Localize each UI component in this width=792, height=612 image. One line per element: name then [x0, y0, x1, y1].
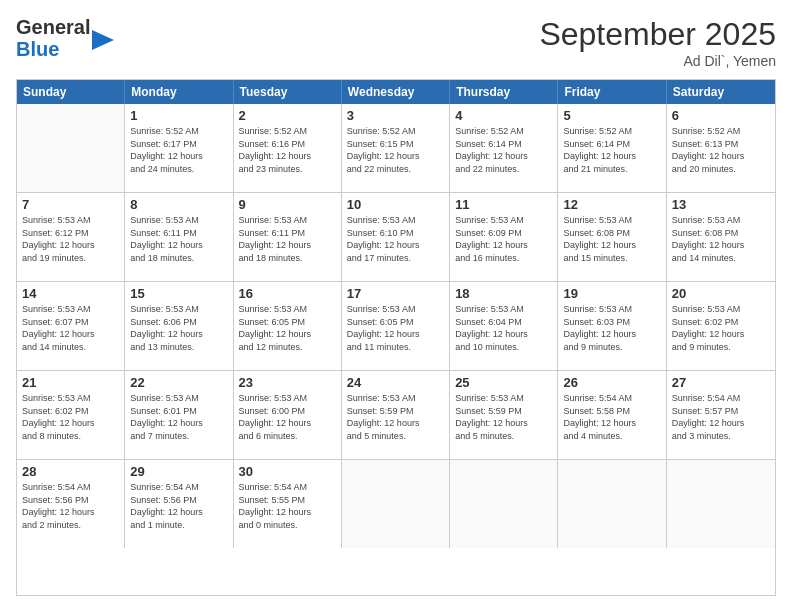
day-info: Sunrise: 5:54 AMSunset: 5:58 PMDaylight:…	[563, 392, 660, 442]
day-info: Sunrise: 5:54 AMSunset: 5:56 PMDaylight:…	[22, 481, 119, 531]
day-number: 27	[672, 375, 770, 390]
calendar-row-2: 14Sunrise: 5:53 AMSunset: 6:07 PMDayligh…	[17, 282, 775, 371]
calendar-row-4: 28Sunrise: 5:54 AMSunset: 5:56 PMDayligh…	[17, 460, 775, 548]
day-number: 16	[239, 286, 336, 301]
day-info: Sunrise: 5:53 AMSunset: 6:02 PMDaylight:…	[22, 392, 119, 442]
calendar-cell: 14Sunrise: 5:53 AMSunset: 6:07 PMDayligh…	[17, 282, 125, 370]
day-number: 5	[563, 108, 660, 123]
calendar-cell: 6Sunrise: 5:52 AMSunset: 6:13 PMDaylight…	[667, 104, 775, 192]
logo: General Blue	[16, 16, 114, 60]
day-info: Sunrise: 5:53 AMSunset: 6:11 PMDaylight:…	[239, 214, 336, 264]
day-info: Sunrise: 5:54 AMSunset: 5:56 PMDaylight:…	[130, 481, 227, 531]
day-info: Sunrise: 5:53 AMSunset: 6:11 PMDaylight:…	[130, 214, 227, 264]
day-number: 25	[455, 375, 552, 390]
day-number: 30	[239, 464, 336, 479]
logo-general: General	[16, 16, 90, 38]
calendar-cell: 29Sunrise: 5:54 AMSunset: 5:56 PMDayligh…	[125, 460, 233, 548]
calendar-cell: 1Sunrise: 5:52 AMSunset: 6:17 PMDaylight…	[125, 104, 233, 192]
calendar-cell	[342, 460, 450, 548]
day-info: Sunrise: 5:53 AMSunset: 6:08 PMDaylight:…	[563, 214, 660, 264]
logo-arrow-icon	[92, 26, 114, 54]
day-info: Sunrise: 5:53 AMSunset: 6:01 PMDaylight:…	[130, 392, 227, 442]
calendar-body: 1Sunrise: 5:52 AMSunset: 6:17 PMDaylight…	[17, 104, 775, 548]
day-info: Sunrise: 5:53 AMSunset: 6:07 PMDaylight:…	[22, 303, 119, 353]
header-day-tuesday: Tuesday	[234, 80, 342, 104]
day-info: Sunrise: 5:53 AMSunset: 6:08 PMDaylight:…	[672, 214, 770, 264]
calendar-cell: 9Sunrise: 5:53 AMSunset: 6:11 PMDaylight…	[234, 193, 342, 281]
calendar-header: SundayMondayTuesdayWednesdayThursdayFrid…	[17, 80, 775, 104]
day-info: Sunrise: 5:53 AMSunset: 6:05 PMDaylight:…	[347, 303, 444, 353]
header: General Blue September 2025 Ad Dil`, Yem…	[16, 16, 776, 69]
day-number: 4	[455, 108, 552, 123]
calendar-cell: 30Sunrise: 5:54 AMSunset: 5:55 PMDayligh…	[234, 460, 342, 548]
calendar-cell: 12Sunrise: 5:53 AMSunset: 6:08 PMDayligh…	[558, 193, 666, 281]
day-info: Sunrise: 5:52 AMSunset: 6:14 PMDaylight:…	[563, 125, 660, 175]
day-info: Sunrise: 5:54 AMSunset: 5:55 PMDaylight:…	[239, 481, 336, 531]
calendar-cell: 15Sunrise: 5:53 AMSunset: 6:06 PMDayligh…	[125, 282, 233, 370]
logo-top: General Blue	[16, 16, 114, 60]
header-day-saturday: Saturday	[667, 80, 775, 104]
header-day-thursday: Thursday	[450, 80, 558, 104]
header-day-friday: Friday	[558, 80, 666, 104]
day-info: Sunrise: 5:53 AMSunset: 6:10 PMDaylight:…	[347, 214, 444, 264]
calendar-row-3: 21Sunrise: 5:53 AMSunset: 6:02 PMDayligh…	[17, 371, 775, 460]
day-number: 8	[130, 197, 227, 212]
calendar-cell: 10Sunrise: 5:53 AMSunset: 6:10 PMDayligh…	[342, 193, 450, 281]
calendar-cell: 25Sunrise: 5:53 AMSunset: 5:59 PMDayligh…	[450, 371, 558, 459]
calendar-cell: 7Sunrise: 5:53 AMSunset: 6:12 PMDaylight…	[17, 193, 125, 281]
day-number: 13	[672, 197, 770, 212]
month-title: September 2025	[539, 16, 776, 53]
day-number: 20	[672, 286, 770, 301]
calendar-cell: 2Sunrise: 5:52 AMSunset: 6:16 PMDaylight…	[234, 104, 342, 192]
calendar-cell	[17, 104, 125, 192]
day-info: Sunrise: 5:53 AMSunset: 6:05 PMDaylight:…	[239, 303, 336, 353]
calendar-cell	[558, 460, 666, 548]
day-number: 12	[563, 197, 660, 212]
day-info: Sunrise: 5:53 AMSunset: 5:59 PMDaylight:…	[347, 392, 444, 442]
calendar-cell: 5Sunrise: 5:52 AMSunset: 6:14 PMDaylight…	[558, 104, 666, 192]
calendar-cell: 17Sunrise: 5:53 AMSunset: 6:05 PMDayligh…	[342, 282, 450, 370]
calendar-cell: 3Sunrise: 5:52 AMSunset: 6:15 PMDaylight…	[342, 104, 450, 192]
day-number: 28	[22, 464, 119, 479]
calendar-cell: 26Sunrise: 5:54 AMSunset: 5:58 PMDayligh…	[558, 371, 666, 459]
day-number: 21	[22, 375, 119, 390]
logo-blue: Blue	[16, 38, 90, 60]
day-info: Sunrise: 5:52 AMSunset: 6:13 PMDaylight:…	[672, 125, 770, 175]
header-day-monday: Monday	[125, 80, 233, 104]
day-info: Sunrise: 5:53 AMSunset: 5:59 PMDaylight:…	[455, 392, 552, 442]
calendar: SundayMondayTuesdayWednesdayThursdayFrid…	[16, 79, 776, 596]
day-number: 6	[672, 108, 770, 123]
day-number: 17	[347, 286, 444, 301]
calendar-cell: 24Sunrise: 5:53 AMSunset: 5:59 PMDayligh…	[342, 371, 450, 459]
day-number: 1	[130, 108, 227, 123]
day-info: Sunrise: 5:52 AMSunset: 6:16 PMDaylight:…	[239, 125, 336, 175]
calendar-cell: 16Sunrise: 5:53 AMSunset: 6:05 PMDayligh…	[234, 282, 342, 370]
day-number: 7	[22, 197, 119, 212]
day-info: Sunrise: 5:53 AMSunset: 6:04 PMDaylight:…	[455, 303, 552, 353]
day-info: Sunrise: 5:53 AMSunset: 6:09 PMDaylight:…	[455, 214, 552, 264]
calendar-cell: 19Sunrise: 5:53 AMSunset: 6:03 PMDayligh…	[558, 282, 666, 370]
day-number: 14	[22, 286, 119, 301]
day-info: Sunrise: 5:52 AMSunset: 6:15 PMDaylight:…	[347, 125, 444, 175]
calendar-row-0: 1Sunrise: 5:52 AMSunset: 6:17 PMDaylight…	[17, 104, 775, 193]
day-number: 18	[455, 286, 552, 301]
header-day-wednesday: Wednesday	[342, 80, 450, 104]
day-number: 11	[455, 197, 552, 212]
day-number: 22	[130, 375, 227, 390]
header-day-sunday: Sunday	[17, 80, 125, 104]
day-number: 2	[239, 108, 336, 123]
title-area: September 2025 Ad Dil`, Yemen	[539, 16, 776, 69]
day-info: Sunrise: 5:53 AMSunset: 6:00 PMDaylight:…	[239, 392, 336, 442]
page: General Blue September 2025 Ad Dil`, Yem…	[0, 0, 792, 612]
calendar-cell: 20Sunrise: 5:53 AMSunset: 6:02 PMDayligh…	[667, 282, 775, 370]
calendar-cell: 8Sunrise: 5:53 AMSunset: 6:11 PMDaylight…	[125, 193, 233, 281]
day-number: 26	[563, 375, 660, 390]
calendar-cell: 28Sunrise: 5:54 AMSunset: 5:56 PMDayligh…	[17, 460, 125, 548]
calendar-cell: 23Sunrise: 5:53 AMSunset: 6:00 PMDayligh…	[234, 371, 342, 459]
day-number: 23	[239, 375, 336, 390]
day-number: 19	[563, 286, 660, 301]
day-info: Sunrise: 5:52 AMSunset: 6:14 PMDaylight:…	[455, 125, 552, 175]
calendar-cell: 11Sunrise: 5:53 AMSunset: 6:09 PMDayligh…	[450, 193, 558, 281]
day-number: 15	[130, 286, 227, 301]
calendar-cell: 13Sunrise: 5:53 AMSunset: 6:08 PMDayligh…	[667, 193, 775, 281]
